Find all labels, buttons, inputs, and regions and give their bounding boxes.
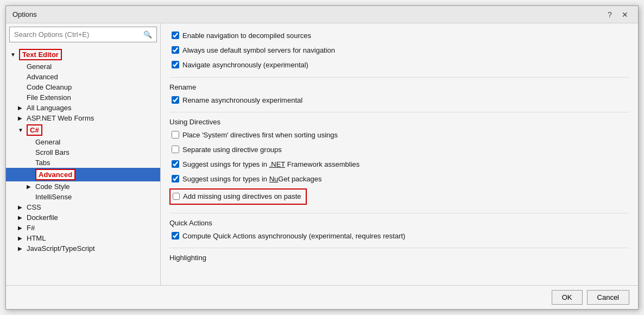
tree-label: JavaScript/TypeScript: [27, 244, 95, 253]
title-bar-controls: ? ✕: [603, 8, 632, 21]
tree-label: General: [35, 138, 60, 146]
section-title-highlighting: Highlighting: [169, 254, 629, 262]
tree-label: Advanced: [35, 169, 75, 180]
tree-label: CSS: [27, 203, 41, 211]
tree-label: Text Editor: [19, 49, 62, 60]
checkbox-ud4[interactable]: [172, 175, 179, 182]
checkbox-ud5[interactable]: [173, 193, 180, 200]
toggle-icon: ▼: [18, 127, 26, 133]
section-highlighting: Highlighting: [169, 254, 629, 262]
tree-label: General: [27, 62, 52, 71]
dialog-footer: OK Cancel: [6, 285, 638, 309]
tree-item-scroll-bars[interactable]: Scroll Bars: [6, 147, 160, 158]
checkbox-row-ud2: Separate using directive groups: [169, 144, 629, 156]
tree-label: Dockerfile: [27, 213, 58, 222]
checkbox-label-ud5: Add missing using directives on paste: [183, 192, 301, 201]
checkbox-label-nav3: Navigate asynchronously (experimental): [182, 60, 308, 70]
content-area: 🔍 ▼ Text Editor General Advanced: [6, 23, 638, 285]
tree-item-css[interactable]: ▶ CSS: [6, 202, 160, 212]
left-panel: 🔍 ▼ Text Editor General Advanced: [6, 23, 161, 285]
tree-label: HTML: [27, 234, 46, 242]
section-title-rename: Rename: [169, 83, 629, 91]
checkbox-row-rename1: Rename asynchronously experimental: [169, 94, 629, 106]
section-title-qa: Quick Actions: [169, 219, 629, 227]
tree-item-html[interactable]: ▶ HTML: [6, 233, 160, 243]
checkbox-ud2[interactable]: [172, 146, 179, 153]
tree-label: ASP.NET Web Forms: [27, 114, 94, 122]
checkbox-label-rename1: Rename asynchronously experimental: [182, 96, 302, 105]
toggle-icon: ▶: [18, 235, 26, 241]
checkbox-row-nav2: Always use default symbol servers for na…: [169, 45, 629, 56]
tree-item-advanced-cs[interactable]: Advanced: [6, 168, 160, 181]
checkbox-qa1[interactable]: [172, 232, 179, 240]
checkbox-label-ud3: Suggest usings for types in .NET Framewo…: [182, 160, 359, 169]
tree-item-intellisense[interactable]: IntelliSense: [6, 192, 160, 202]
tree-item-tabs[interactable]: Tabs: [6, 158, 160, 168]
options-dialog: Options ? ✕ 🔍 ▼ Text Editor General: [5, 5, 639, 310]
cancel-button[interactable]: Cancel: [587, 290, 629, 305]
tree-item-dockerfile[interactable]: ▶ Dockerfile: [6, 212, 160, 223]
tree-item-general[interactable]: General: [6, 61, 160, 72]
tree-item-csharp[interactable]: ▼ C#: [6, 123, 160, 137]
close-button[interactable]: ✕: [618, 8, 632, 21]
tree-item-file-extension[interactable]: File Extension: [6, 92, 160, 103]
tree-item-code-cleanup[interactable]: Code Cleanup: [6, 82, 160, 92]
toggle-icon: ▶: [18, 105, 26, 111]
tree-item-code-style[interactable]: ▶ Code Style: [6, 181, 160, 192]
tree-item-all-languages[interactable]: ▶ All Languages: [6, 103, 160, 113]
tree-item-csharp-general[interactable]: General: [6, 137, 160, 147]
search-input[interactable]: [14, 30, 143, 39]
tree-label: F#: [27, 224, 35, 232]
section-nav: Enable navigation to decompiled sources …: [169, 30, 629, 72]
checkbox-label-ud4: Suggest usings for types in NuGet packag…: [182, 174, 322, 184]
checkbox-label-nav2: Always use default symbol servers for na…: [182, 46, 335, 55]
checkbox-label-nav1: Enable navigation to decompiled sources: [182, 31, 311, 41]
section-title-using: Using Directives: [169, 118, 629, 126]
ok-button[interactable]: OK: [552, 290, 583, 305]
toggle-icon: ▶: [18, 215, 26, 220]
toggle-icon: ▶: [18, 115, 26, 121]
toggle-icon: ▶: [27, 184, 34, 190]
checkbox-row-ud3: Suggest usings for types in .NET Framewo…: [169, 159, 629, 171]
tree-item-advanced-te[interactable]: Advanced: [6, 72, 160, 82]
tree-area: ▼ Text Editor General Advanced Code Clea…: [6, 46, 160, 285]
tree-label: C#: [27, 124, 42, 136]
tree-label: Code Style: [35, 182, 70, 191]
tree-label: File Extension: [27, 93, 71, 102]
tree-label: Scroll Bars: [35, 148, 70, 156]
title-bar: Options ? ✕: [6, 6, 638, 23]
checkbox-rename1[interactable]: [172, 96, 179, 104]
checkbox-ud3[interactable]: [172, 160, 179, 168]
tree-label: All Languages: [27, 104, 71, 112]
tree-item-text-editor[interactable]: ▼ Text Editor: [6, 48, 160, 61]
checkbox-row-nav3: Navigate asynchronously (experimental): [169, 59, 629, 71]
checkbox-row-nav1: Enable navigation to decompiled sources: [169, 30, 629, 42]
toggle-icon: ▶: [18, 225, 26, 231]
tree-label: Tabs: [35, 159, 50, 167]
tree-label: Advanced: [27, 73, 58, 81]
search-box[interactable]: 🔍: [9, 27, 157, 42]
checkbox-row-ud5-highlighted: Add missing using directives on paste: [169, 188, 307, 205]
section-using-directives: Using Directives Place 'System' directiv…: [169, 118, 629, 207]
toggle-icon: ▶: [18, 245, 26, 251]
right-scroll-area: Enable navigation to decompiled sources …: [161, 23, 638, 285]
help-button[interactable]: ?: [603, 8, 616, 21]
dialog-title: Options: [12, 10, 37, 18]
toggle-icon: ▶: [18, 204, 26, 210]
section-rename: Rename Rename asynchronously experimenta…: [169, 83, 629, 106]
checkbox-nav1[interactable]: [172, 32, 179, 39]
right-panel: Enable navigation to decompiled sources …: [161, 23, 638, 285]
checkbox-label-ud2: Separate using directive groups: [182, 145, 282, 155]
checkbox-row-ud1: Place 'System' directives first when sor…: [169, 129, 629, 141]
section-quick-actions: Quick Actions Compute Quick Actions asyn…: [169, 219, 629, 242]
checkbox-nav2[interactable]: [172, 46, 179, 54]
tree-item-fsharp[interactable]: ▶ F#: [6, 223, 160, 233]
checkbox-label-ud1: Place 'System' directives first when sor…: [182, 130, 338, 140]
tree-label: IntelliSense: [35, 193, 72, 201]
checkbox-nav3[interactable]: [172, 61, 179, 68]
tree-item-jsts[interactable]: ▶ JavaScript/TypeScript: [6, 243, 160, 254]
tree-label: Code Cleanup: [27, 83, 72, 91]
tree-item-aspnet[interactable]: ▶ ASP.NET Web Forms: [6, 113, 160, 123]
search-icon: 🔍: [143, 30, 152, 39]
checkbox-ud1[interactable]: [172, 131, 179, 138]
